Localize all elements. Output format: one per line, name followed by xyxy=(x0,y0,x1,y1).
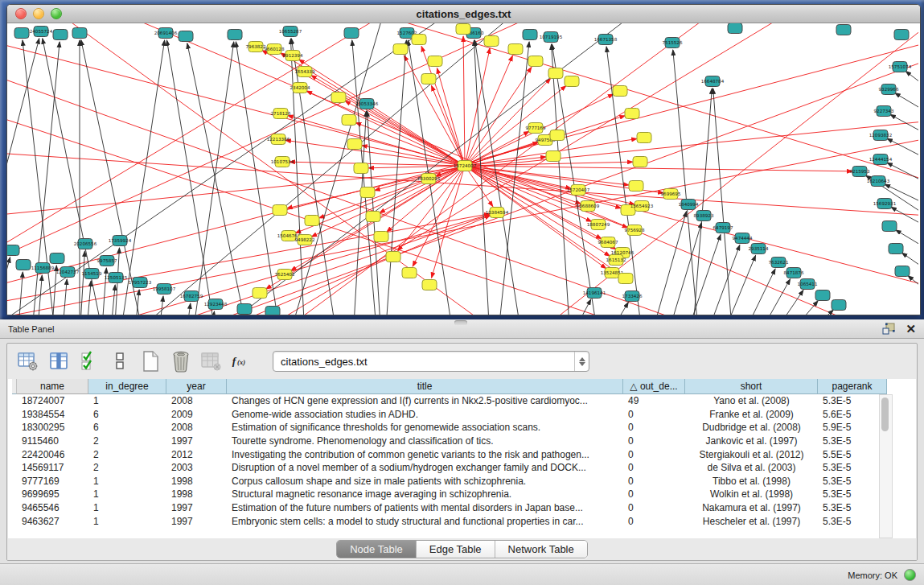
citation-edge-red[interactable] xyxy=(431,85,465,166)
table-row[interactable]: 1456911722003Disruption of a novel membe… xyxy=(12,461,887,475)
graph-node-9684067[interactable]: 9684067 xyxy=(598,237,618,248)
column-header-title[interactable]: title xyxy=(227,379,623,394)
graph-node[interactable] xyxy=(618,274,633,284)
table-panel-titlebar[interactable]: Table Panel ✕ xyxy=(0,319,924,339)
table-row[interactable]: 946554611997Estimation of the future num… xyxy=(12,501,887,515)
graph-node[interactable] xyxy=(53,30,68,40)
table-selector-dropdown[interactable]: citations_edges.txt xyxy=(273,351,589,372)
citation-edge-red[interactable] xyxy=(465,166,621,208)
table-row[interactable]: 1872400712008Changes of HCN gene express… xyxy=(12,394,887,408)
scrollbar-thumb[interactable] xyxy=(881,398,889,431)
citation-edge-black[interactable] xyxy=(741,269,775,315)
graph-node[interactable] xyxy=(836,25,851,35)
row-height-icon[interactable] xyxy=(109,351,130,373)
citation-edge-black[interactable] xyxy=(166,40,216,315)
graph-node-20206556[interactable]: 20206556 xyxy=(74,239,97,249)
graph-node-12923448[interactable]: 12923448 xyxy=(204,299,228,310)
column-visibility-icon[interactable] xyxy=(47,351,69,373)
citation-edge-black[interactable] xyxy=(62,279,67,315)
citation-edge-red[interactable] xyxy=(290,162,465,166)
graph-node-2935114[interactable]: 2935114 xyxy=(749,244,769,254)
graph-node-8938923[interactable]: 8938923 xyxy=(694,211,714,221)
graph-node[interactable] xyxy=(50,253,64,264)
graph-node[interactable] xyxy=(386,252,400,262)
graph-node[interactable] xyxy=(889,244,903,254)
citation-edge-red[interactable] xyxy=(266,166,465,289)
graph-node[interactable] xyxy=(456,24,470,35)
table-row[interactable]: 1830029562008Estimation of significance … xyxy=(12,421,887,435)
citation-edge-red[interactable] xyxy=(299,60,465,166)
graph-node[interactable] xyxy=(484,36,499,47)
graph-node[interactable] xyxy=(728,23,742,34)
graph-node-14196141[interactable]: 14196141 xyxy=(583,288,606,299)
citation-edge-black[interactable] xyxy=(110,285,115,315)
graph-node-8912394[interactable]: 8912394 xyxy=(283,51,303,61)
graph-node[interactable] xyxy=(546,151,561,162)
graph-node-17359924[interactable]: 17359924 xyxy=(109,236,132,246)
graph-node-15751074[interactable]: 15751074 xyxy=(889,62,912,72)
graph-node[interactable] xyxy=(16,260,31,270)
citation-edge-red[interactable] xyxy=(311,76,465,166)
graph-node-10655287[interactable]: 10655287 xyxy=(279,27,302,37)
graph-node[interactable] xyxy=(228,30,242,40)
table-row[interactable]: 911546021997Tourette syndrome. Phenomeno… xyxy=(12,435,887,448)
graph-node-9329966[interactable]: 9329966 xyxy=(879,84,899,95)
citation-edge-red[interactable] xyxy=(465,166,852,171)
graph-node[interactable] xyxy=(273,205,287,216)
graph-node[interactable] xyxy=(895,266,910,277)
graph-node[interactable] xyxy=(237,304,252,315)
graph-node[interactable] xyxy=(613,86,627,97)
graph-node[interactable] xyxy=(72,28,87,39)
graph-node[interactable] xyxy=(422,280,437,290)
float-window-icon[interactable] xyxy=(881,322,896,336)
table-row[interactable]: 946362711997Embryonic stem cells: a mode… xyxy=(12,514,887,528)
citation-edge-red[interactable] xyxy=(355,122,465,166)
graph-node-12505135[interactable]: 12505135 xyxy=(105,273,128,283)
graph-node[interactable] xyxy=(550,130,565,141)
graph-node[interactable] xyxy=(428,56,442,67)
citation-edge-black[interactable] xyxy=(887,138,918,166)
graph-node[interactable] xyxy=(528,56,543,67)
network-canvas[interactable]: 2405572420691406106552871527602848616010… xyxy=(7,23,920,315)
close-panel-icon[interactable]: ✕ xyxy=(906,323,916,335)
graph-node[interactable] xyxy=(265,307,280,315)
graph-node[interactable] xyxy=(523,30,537,40)
graph-node-17957223[interactable]: 17957223 xyxy=(129,278,152,288)
graph-node[interactable] xyxy=(629,181,643,192)
citation-edge-red[interactable] xyxy=(273,23,731,315)
trash-icon[interactable] xyxy=(170,351,191,373)
citation-edge-black[interactable] xyxy=(906,71,918,97)
citation-edge-black[interactable] xyxy=(887,163,918,190)
graph-node-1840994[interactable]: 1840994 xyxy=(679,200,699,210)
citation-edge-black[interactable] xyxy=(667,223,701,315)
graph-node-9975857[interactable]: 9975857 xyxy=(97,256,117,266)
graph-node-9699695[interactable]: 9699695 xyxy=(661,189,681,200)
citation-edge-black[interactable] xyxy=(705,245,740,315)
column-header-out_degree[interactable]: △ out_de... xyxy=(623,379,685,394)
citation-edge-black[interactable] xyxy=(606,303,628,315)
select-checks-icon[interactable] xyxy=(78,351,100,373)
graph-node[interactable] xyxy=(253,288,267,299)
graph-node-1154519[interactable]: 1154519 xyxy=(82,269,102,279)
graph-node[interactable] xyxy=(344,28,359,39)
new-document-icon[interactable] xyxy=(139,351,161,373)
graph-node-9227343[interactable]: 9227343 xyxy=(874,106,894,117)
graph-node-20053346[interactable]: 20053346 xyxy=(355,99,379,109)
graph-node[interactable] xyxy=(815,290,830,301)
column-header-pagerank[interactable]: pagerank xyxy=(818,379,887,394)
graph-node-2718126[interactable]: 2718126 xyxy=(271,109,291,119)
graph-node[interactable] xyxy=(360,187,375,198)
function-builder-icon[interactable]: f (x) xyxy=(231,351,253,373)
tab-node-table[interactable]: Node Table xyxy=(337,541,417,558)
graph-node-10107534[interactable]: 10107534 xyxy=(271,157,294,167)
citation-edge-black[interactable] xyxy=(895,93,918,120)
citation-edge-black[interactable] xyxy=(7,39,39,225)
graph-node-24055724[interactable]: 24055724 xyxy=(30,27,53,37)
table-settings-icon[interactable] xyxy=(17,351,39,373)
table-vertical-scrollbar[interactable] xyxy=(879,394,893,538)
graph-node-8471876[interactable]: 8471876 xyxy=(784,268,804,278)
graph-node[interactable] xyxy=(402,268,417,278)
graph-node[interactable] xyxy=(508,44,523,55)
graph-node[interactable] xyxy=(347,139,362,150)
graph-node-2342004[interactable]: 2342004 xyxy=(290,83,310,93)
